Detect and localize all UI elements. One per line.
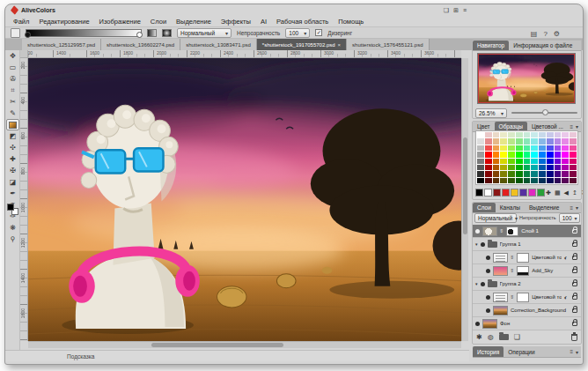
- document-tab-3[interactable]: *shutterstock_1917055702.psd×: [257, 39, 347, 50]
- color-swatch[interactable]: [547, 145, 554, 151]
- color-swatch[interactable]: [524, 152, 531, 157]
- import-swatches-icon[interactable]: ↧: [581, 189, 584, 197]
- layer-mask-thumbnail[interactable]: [517, 293, 529, 302]
- gray-swatch[interactable]: [477, 165, 484, 170]
- gradient-tool[interactable]: [6, 119, 19, 130]
- color-swatch[interactable]: [531, 171, 538, 176]
- lock-icon[interactable]: [572, 229, 577, 234]
- tab-layers-2[interactable]: Выделение: [525, 203, 563, 212]
- color-swatch[interactable]: [539, 152, 546, 157]
- color-swatch[interactable]: [570, 138, 577, 144]
- document-tab-1[interactable]: shutterstock_136602274.psd: [101, 39, 180, 50]
- menu-item-5[interactable]: Эффекты: [221, 18, 251, 26]
- color-swatch[interactable]: [500, 165, 507, 170]
- horizontal-scrollbar[interactable]: [28, 341, 461, 348]
- gray-swatch[interactable]: [477, 138, 484, 144]
- lock-icon[interactable]: [572, 269, 577, 273]
- color-swatch[interactable]: [570, 178, 577, 183]
- color-swatch[interactable]: [500, 132, 507, 137]
- foreground-color-swatch[interactable]: [7, 204, 14, 211]
- color-swatch[interactable]: [500, 152, 507, 157]
- color-swatch[interactable]: [539, 145, 546, 151]
- color-swatch[interactable]: [547, 138, 554, 144]
- color-swatch[interactable]: [493, 159, 500, 164]
- color-swatch[interactable]: [562, 132, 569, 137]
- layer-row-group[interactable]: ▾Группа 1: [473, 238, 581, 251]
- layer-thumbnail[interactable]: [482, 319, 497, 329]
- settings-icon[interactable]: ⚙: [554, 30, 560, 38]
- zoom-tool[interactable]: ⚲: [6, 234, 19, 245]
- layer-visibility-icon[interactable]: [486, 269, 490, 273]
- vertical-scrollbar[interactable]: [461, 58, 468, 341]
- layer-row-image[interactable]: ∞Add_Sky: [473, 264, 581, 278]
- color-swatch[interactable]: [493, 145, 500, 151]
- gray-swatch[interactable]: [477, 145, 484, 151]
- menu-item-0[interactable]: Файл: [13, 18, 29, 26]
- color-swatch[interactable]: [516, 145, 523, 151]
- color-swatch[interactable]: [485, 145, 492, 151]
- layer-mask-thumbnail[interactable]: [506, 226, 518, 236]
- adjustment-thumbnail[interactable]: [493, 253, 508, 263]
- panel-list-icon[interactable]: ≡: [570, 205, 573, 211]
- color-swatch[interactable]: [562, 145, 569, 151]
- panel-collapse-icon[interactable]: ▾: [576, 204, 578, 211]
- delete-layer-icon[interactable]: [571, 334, 577, 341]
- tab-history-1[interactable]: Операции: [503, 346, 539, 357]
- color-swatch[interactable]: [570, 132, 577, 137]
- layer-row-image[interactable]: ∞Слой 1: [473, 225, 581, 238]
- gray-swatch[interactable]: [477, 152, 484, 157]
- zoom-slider-knob[interactable]: [542, 109, 548, 115]
- color-swatch[interactable]: [485, 132, 492, 137]
- color-swatch[interactable]: [562, 165, 569, 170]
- tab-navigator-0[interactable]: Навигатор: [473, 41, 509, 50]
- color-swatch[interactable]: [500, 159, 507, 164]
- color-swatch[interactable]: [562, 171, 569, 176]
- color-swatch[interactable]: [500, 138, 507, 144]
- layer-mask-thumbnail[interactable]: [517, 266, 529, 276]
- color-swatch[interactable]: [547, 178, 554, 183]
- color-swatch[interactable]: [516, 178, 523, 183]
- color-swatch[interactable]: [570, 159, 577, 164]
- color-swatch[interactable]: [524, 165, 531, 170]
- crop-tool[interactable]: ⌗: [6, 85, 19, 96]
- color-swatch[interactable]: [547, 132, 554, 137]
- adjustment-layer-icon[interactable]: ◍: [488, 333, 494, 341]
- color-swatch[interactable]: [485, 178, 492, 183]
- color-swatch[interactable]: [524, 132, 531, 137]
- menu-item-2[interactable]: Изображение: [99, 18, 141, 26]
- add-swatch-icon[interactable]: ✚: [546, 189, 551, 197]
- previous-colors-icon[interactable]: ◀: [564, 189, 569, 197]
- quick-swatch[interactable]: [519, 189, 527, 197]
- lock-icon[interactable]: [572, 282, 577, 286]
- quick-swatch[interactable]: [537, 189, 545, 197]
- color-swatch[interactable]: [555, 165, 562, 170]
- color-swatch[interactable]: [555, 138, 562, 144]
- quick-swatch[interactable]: [475, 189, 483, 197]
- quick-swatch[interactable]: [502, 189, 510, 197]
- color-swatch[interactable]: [500, 171, 507, 176]
- tool-preset-box[interactable]: [11, 28, 20, 38]
- color-swatch[interactable]: [508, 138, 515, 144]
- color-swatch[interactable]: [547, 152, 554, 157]
- menu-item-8[interactable]: Помощь: [338, 18, 364, 26]
- color-swatch[interactable]: [508, 178, 515, 183]
- layer-row-adjustment[interactable]: ∞Цветовой то...◐: [473, 251, 581, 264]
- gray-swatch[interactable]: [477, 171, 484, 176]
- color-swatch[interactable]: [531, 159, 538, 164]
- panel-list-icon[interactable]: ≡: [570, 349, 573, 354]
- color-swatch[interactable]: [547, 171, 554, 176]
- vertical-scroll-thumb[interactable]: [463, 137, 467, 234]
- new-document-icon[interactable]: ❏: [444, 7, 449, 14]
- layers-opacity-select[interactable]: 100 ▾: [559, 213, 580, 223]
- document-tab-4[interactable]: shutterstock_1576455121.psd: [347, 39, 429, 50]
- color-swatch[interactable]: [508, 145, 515, 151]
- layer-row-group[interactable]: ▾Группа 2: [473, 278, 581, 291]
- color-swatch[interactable]: [555, 171, 562, 176]
- color-swatch[interactable]: [524, 178, 531, 183]
- color-swatch[interactable]: [562, 152, 569, 157]
- layer-row-image[interactable]: Фон: [473, 317, 581, 330]
- document-tab-2[interactable]: shutterstock_13083471.psd: [180, 39, 257, 50]
- layers-blend-select[interactable]: Нормальный ▾: [474, 213, 517, 223]
- tab-layers-1[interactable]: Каналы: [496, 203, 525, 212]
- color-swatch[interactable]: [539, 138, 546, 144]
